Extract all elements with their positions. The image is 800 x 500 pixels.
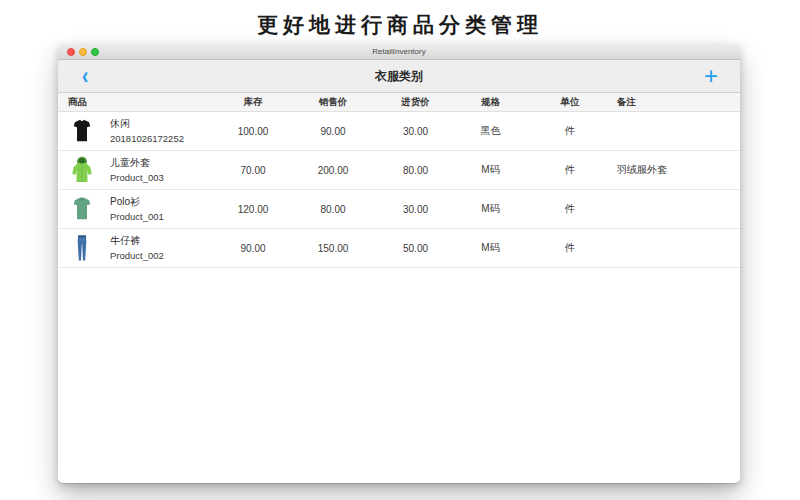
add-product-button[interactable]: + [704,62,718,90]
screen: 更好地进行商品分类管理 RetailInventory ‹ 衣服类别 + 商品 … [0,0,800,500]
app-window: RetailInventory ‹ 衣服类别 + 商品 库存 销售价 进货价 规… [58,44,740,483]
product-code: Product_003 [110,172,164,183]
product-cell: 儿童外套 Product_003 [58,151,213,189]
stock-value: 70.00 [213,165,293,176]
product-name: 儿童外套 [110,156,164,170]
navigation-bar: ‹ 衣服类别 + [58,60,740,93]
sale-price-value: 80.00 [293,204,373,215]
unit-value: 件 [523,124,617,138]
unit-value: 件 [523,241,617,255]
traffic-lights [67,48,99,56]
stock-value: 120.00 [213,204,293,215]
sale-price-value: 150.00 [293,243,373,254]
unit-value: 件 [523,202,617,216]
product-code: Product_001 [110,211,164,222]
unit-value: 件 [523,163,617,177]
spec-value: M码 [458,202,523,216]
category-title: 衣服类别 [375,68,423,85]
note-value: 羽绒服外套 [617,163,740,177]
product-text: 牛仔裤 Product_002 [110,229,164,267]
product-text: Polo衫 Product_001 [110,190,164,228]
table-row[interactable]: Polo衫 Product_001 120.00 80.00 30.00 M码 … [58,190,740,229]
product-cell: 休闲 20181026172252 [58,112,213,150]
spec-value: M码 [458,163,523,177]
spec-value: M码 [458,241,523,255]
close-icon[interactable] [67,48,75,56]
table-header: 商品 库存 销售价 进货价 规格 单位 备注 [58,93,740,112]
zoom-icon[interactable] [91,48,99,56]
product-text: 儿童外套 Product_003 [110,151,164,189]
column-header-purchase-price: 进货价 [373,96,458,109]
column-header-note: 备注 [617,96,740,109]
purchase-price-value: 30.00 [373,126,458,137]
product-cell: Polo衫 Product_001 [58,190,213,228]
column-header-stock: 库存 [213,96,293,109]
sale-price-value: 90.00 [293,126,373,137]
purchase-price-value: 30.00 [373,204,458,215]
product-code: 20181026172252 [110,133,184,144]
product-name: Polo衫 [110,195,164,209]
product-text: 休闲 20181026172252 [110,112,184,150]
black-tshirt-icon [68,115,96,147]
purchase-price-value: 50.00 [373,243,458,254]
product-table-body: 休闲 20181026172252 100.00 90.00 30.00 黑色 … [58,112,740,268]
plus-icon: + [704,62,718,89]
purchase-price-value: 80.00 [373,165,458,176]
product-name: 休闲 [110,117,184,131]
stock-value: 90.00 [213,243,293,254]
window-titlebar: RetailInventory [58,44,740,60]
stock-value: 100.00 [213,126,293,137]
blue-jeans-icon [68,232,96,264]
chevron-left-icon: ‹ [82,62,88,88]
back-button[interactable]: ‹ [82,61,88,91]
table-row[interactable]: 牛仔裤 Product_002 90.00 150.00 50.00 M码 件 [58,229,740,268]
window-title: RetailInventory [58,47,740,56]
column-header-unit: 单位 [523,96,617,109]
column-header-sale-price: 销售价 [293,96,373,109]
column-header-product: 商品 [58,96,213,109]
product-cell: 牛仔裤 Product_002 [58,229,213,267]
page-title: 更好地进行商品分类管理 [0,11,800,39]
minimize-icon[interactable] [79,48,87,56]
table-row[interactable]: 休闲 20181026172252 100.00 90.00 30.00 黑色 … [58,112,740,151]
spec-value: 黑色 [458,124,523,138]
product-code: Product_002 [110,250,164,261]
green-jacket-icon [68,154,96,186]
product-name: 牛仔裤 [110,234,164,248]
column-header-spec: 规格 [458,96,523,109]
table-row[interactable]: 儿童外套 Product_003 70.00 200.00 80.00 M码 件… [58,151,740,190]
green-polo-icon [68,193,96,225]
sale-price-value: 200.00 [293,165,373,176]
